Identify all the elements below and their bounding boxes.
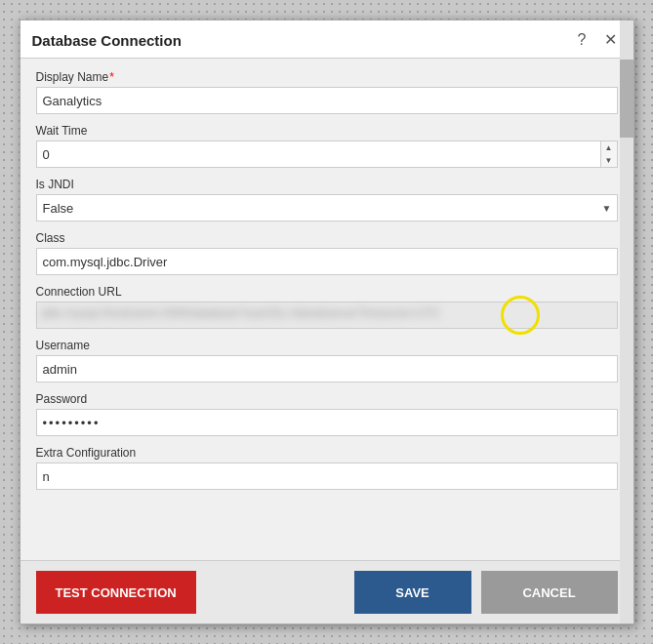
scrollbar-thumb[interactable] bbox=[620, 60, 633, 138]
username-input[interactable] bbox=[36, 355, 618, 382]
password-input[interactable] bbox=[36, 409, 618, 436]
class-input[interactable] bbox=[36, 248, 618, 275]
is-jndi-group: Is JNDI False True ▼ bbox=[36, 178, 618, 221]
footer-right: SAVE CANCEL bbox=[354, 571, 618, 614]
connection-url-input[interactable] bbox=[36, 302, 618, 329]
display-name-label: Display Name* bbox=[36, 70, 618, 84]
wait-time-spinner-wrapper: ▲ ▼ bbox=[36, 141, 618, 168]
database-connection-dialog: Database Connection ? ✕ Display Name* Wa… bbox=[20, 20, 634, 624]
display-name-group: Display Name* bbox=[36, 70, 618, 114]
scrollbar-track[interactable] bbox=[620, 20, 633, 624]
wait-time-input[interactable] bbox=[36, 141, 600, 168]
cancel-button[interactable]: CANCEL bbox=[481, 571, 618, 614]
close-button[interactable]: ✕ bbox=[599, 30, 622, 50]
dialog-body: Display Name* Wait Time ▲ ▼ Is JNDI Fals… bbox=[20, 59, 633, 560]
header-actions: ? ✕ bbox=[573, 30, 622, 50]
connection-url-label: Connection URL bbox=[36, 285, 618, 299]
wait-time-group: Wait Time ▲ ▼ bbox=[36, 124, 618, 168]
spinner-down-button[interactable]: ▼ bbox=[601, 154, 617, 167]
password-label: Password bbox=[36, 392, 618, 406]
password-group: Password bbox=[36, 392, 618, 436]
required-star: * bbox=[109, 70, 114, 84]
is-jndi-label: Is JNDI bbox=[36, 178, 618, 191]
spinner-up-button[interactable]: ▲ bbox=[601, 141, 617, 154]
dialog-header: Database Connection ? ✕ bbox=[20, 20, 633, 59]
save-button[interactable]: SAVE bbox=[354, 571, 471, 614]
class-group: Class bbox=[36, 231, 618, 275]
connection-url-wrapper: jdbc:mysql://hostname:3306/database?useS… bbox=[36, 302, 618, 329]
footer-left: TEST CONNECTION bbox=[36, 571, 345, 614]
wait-time-label: Wait Time bbox=[36, 124, 618, 138]
test-connection-button[interactable]: TEST CONNECTION bbox=[36, 571, 196, 614]
spinner-buttons: ▲ ▼ bbox=[600, 141, 618, 168]
connection-url-group: Connection URL jdbc:mysql://hostname:330… bbox=[36, 285, 618, 329]
help-button[interactable]: ? bbox=[573, 30, 592, 50]
extra-config-group: Extra Configuration bbox=[36, 446, 618, 490]
dialog-footer: TEST CONNECTION SAVE CANCEL bbox=[20, 560, 633, 624]
class-label: Class bbox=[36, 231, 618, 245]
extra-config-input[interactable] bbox=[36, 463, 618, 490]
display-name-input[interactable] bbox=[36, 87, 618, 114]
is-jndi-select[interactable]: False True bbox=[36, 194, 618, 221]
username-label: Username bbox=[36, 339, 618, 352]
username-group: Username bbox=[36, 339, 618, 382]
extra-config-label: Extra Configuration bbox=[36, 446, 618, 460]
is-jndi-select-wrapper: False True ▼ bbox=[36, 194, 618, 221]
dialog-title: Database Connection bbox=[32, 32, 182, 49]
